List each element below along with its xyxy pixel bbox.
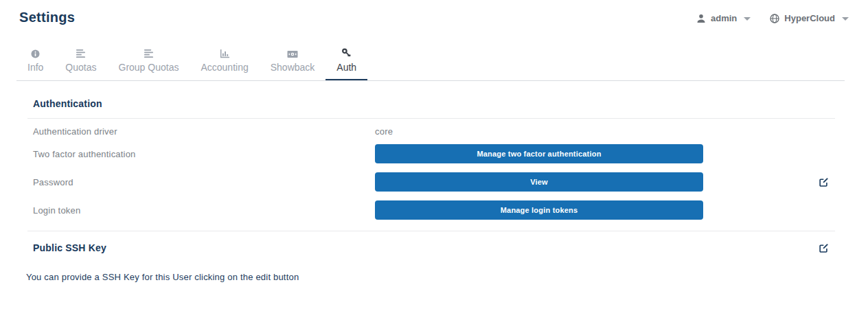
authentication-section-title: Authentication [27, 81, 835, 118]
tab-label: Auth [336, 62, 356, 73]
two-factor-row: Two factor authentication Manage two fac… [27, 140, 835, 168]
chevron-down-icon [842, 17, 849, 21]
zone-menu[interactable]: HyperCloud [770, 13, 849, 23]
info-circle-icon [31, 48, 40, 58]
ssh-key-section-title: Public SSH Key [33, 242, 106, 253]
tab-label: Group Quotas [119, 62, 179, 73]
settings-tab-bar: Info Quotas Group Quotas Accounting Show… [16, 45, 845, 81]
tab-label: Quotas [65, 62, 96, 73]
globe-icon [770, 14, 779, 23]
user-menu-label: admin [711, 13, 737, 23]
tab-label: Accounting [201, 62, 248, 73]
tab-info[interactable]: Info [16, 45, 54, 80]
align-left-icon [144, 48, 154, 58]
tab-auth[interactable]: Auth [326, 45, 367, 80]
view-password-button[interactable]: View [375, 172, 703, 192]
manage-login-tokens-button[interactable]: Manage login tokens [375, 200, 703, 220]
key-icon [341, 48, 352, 58]
auth-driver-row: Authentication driver core [27, 119, 835, 140]
zone-menu-label: HyperCloud [784, 13, 835, 23]
top-bar: Settings admin HyperCloud [0, 0, 868, 25]
user-icon [696, 14, 706, 23]
password-row: Password View [27, 168, 835, 196]
tab-showback[interactable]: Showback [260, 45, 326, 80]
tab-accounting[interactable]: Accounting [190, 45, 259, 80]
header-menus: admin HyperCloud [696, 13, 849, 23]
chevron-down-icon [744, 17, 751, 21]
ssh-key-helper-text: You can provide a SSH Key for this User … [26, 272, 835, 282]
tab-group-quotas[interactable]: Group Quotas [108, 45, 190, 80]
tab-label: Info [27, 62, 43, 73]
page-title: Settings [19, 10, 75, 25]
auth-settings-panel: Authentication Authentication driver cor… [27, 81, 835, 282]
align-left-icon [76, 48, 86, 58]
two-factor-label: Two factor authentication [27, 149, 375, 159]
auth-driver-value: core [375, 126, 703, 137]
edit-square-icon[interactable] [819, 177, 835, 187]
tab-label: Showback [271, 62, 315, 73]
login-token-label: Login token [27, 205, 375, 216]
login-token-row: Login token Manage login tokens [27, 196, 835, 224]
auth-driver-label: Authentication driver [27, 126, 375, 137]
money-bill-icon [287, 48, 298, 58]
ssh-key-section-header: Public SSH Key [27, 231, 835, 253]
password-label: Password [27, 177, 375, 187]
manage-two-factor-button[interactable]: Manage two factor authentication [375, 144, 703, 163]
chart-bar-icon [220, 48, 230, 58]
edit-square-icon[interactable] [819, 243, 829, 253]
tab-quotas[interactable]: Quotas [54, 45, 107, 80]
user-menu[interactable]: admin [696, 13, 751, 23]
